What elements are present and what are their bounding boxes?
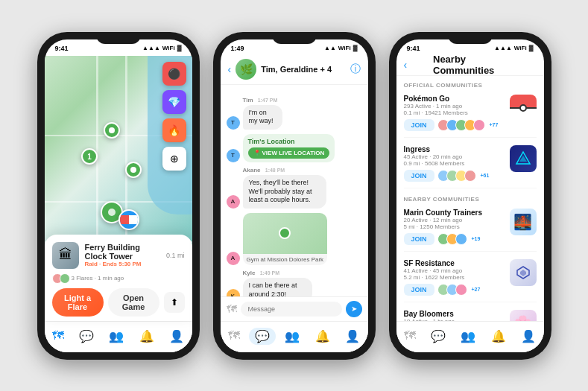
in-av-4 bbox=[464, 170, 476, 182]
battery-icon-1: ▓ bbox=[177, 45, 182, 51]
marin-info: Marin County Trainers 20 Active · 12 min… bbox=[404, 209, 505, 245]
status-icons-1: ▲▲▲ WiFi ▓ bbox=[142, 45, 181, 51]
marin-join-button[interactable]: JOIN bbox=[404, 233, 434, 245]
pokemon-go-logo bbox=[510, 95, 537, 121]
pokeball-button[interactable]: ⚫ bbox=[162, 62, 186, 86]
card-header: 🏛 Ferry Building Clock Tower Raid · Ends… bbox=[52, 242, 185, 269]
map-pin-3[interactable] bbox=[125, 162, 142, 178]
sf-avatars bbox=[437, 284, 464, 296]
nav-profile-2[interactable]: 👤 bbox=[339, 328, 366, 345]
nav-people[interactable]: 👥 bbox=[103, 328, 130, 345]
ingress-more: +61 bbox=[481, 173, 490, 178]
marin-more: +19 bbox=[472, 236, 481, 241]
map-fab-buttons: ⚫ 💎 🔥 ⊕ bbox=[162, 62, 186, 171]
pokemon-go-distance: 0.1 mi · 19421 Members bbox=[404, 109, 505, 116]
raid-button[interactable]: 💎 bbox=[162, 90, 186, 114]
bloomers-info: Bay Bloomers 19 Active · 1 hr ago bbox=[404, 310, 505, 321]
marin-avatars bbox=[437, 233, 464, 245]
flare-button[interactable]: 🔥 bbox=[162, 118, 186, 142]
battery-icon-2: ▓ bbox=[353, 45, 358, 51]
marin-logo: 🌉 bbox=[510, 209, 537, 235]
nav-bell-3[interactable]: 🔔 bbox=[485, 328, 512, 345]
ingress-name: Ingress bbox=[404, 145, 505, 153]
chat-info-button[interactable]: ⓘ bbox=[350, 63, 361, 76]
ingress-join-button[interactable]: JOIN bbox=[404, 170, 434, 182]
sf-join-button[interactable]: JOIN bbox=[404, 284, 434, 296]
chat-header: ‹ 🌿 Tim, Geraldine + 4 ⓘ bbox=[221, 56, 368, 85]
open-game-button[interactable]: Open Game bbox=[108, 288, 159, 317]
akane-name-1: Akane 1:48 PM bbox=[243, 167, 362, 174]
wifi-icon-2: WiFi bbox=[338, 45, 351, 51]
light-flare-button[interactable]: Light a Flare bbox=[52, 288, 104, 317]
ingress-active: 45 Active · 20 min ago bbox=[404, 153, 505, 160]
tim-name: Tim 1:47 PM bbox=[243, 97, 300, 104]
tim-avatar-2: T bbox=[227, 149, 240, 162]
nav-map-2[interactable]: 🗺 bbox=[222, 328, 246, 344]
sf-join-row: JOIN +27 bbox=[404, 284, 505, 296]
map-pin-2[interactable] bbox=[104, 122, 120, 139]
sf-logo bbox=[510, 259, 537, 286]
nav-people-2[interactable]: 👥 bbox=[279, 328, 306, 345]
communities-title: Nearby Communities bbox=[433, 54, 507, 76]
location-distance: 0.1 mi bbox=[166, 252, 185, 259]
meta-avatars bbox=[52, 273, 67, 284]
ingress-join-row: JOIN +61 bbox=[404, 170, 505, 182]
akane-time-1: 1:48 PM bbox=[265, 168, 285, 173]
pokemon-go-name: Pokémon Go bbox=[404, 95, 505, 103]
bottom-nav-2: 🗺 💬 👥 🔔 👤 bbox=[221, 321, 368, 352]
notch-3 bbox=[448, 32, 493, 44]
tim-bubble-1: I'm on my way! bbox=[243, 105, 282, 130]
msg-tim-1: T Tim 1:47 PM I'm on my way! bbox=[227, 97, 362, 130]
svg-marker-6 bbox=[520, 270, 526, 276]
ingress-distance: 0.9 mi · 5608 Members bbox=[404, 160, 505, 167]
mc-av-3 bbox=[455, 233, 467, 245]
status-icons-2: ▲▲ WiFi ▓ bbox=[324, 45, 358, 51]
sf-active: 41 Active · 45 min ago bbox=[404, 267, 505, 274]
chat-messages: T Tim 1:47 PM I'm on my way! T Tim's Loc… bbox=[221, 85, 368, 296]
community-bay-bloomers: Bay Bloomers 19 Active · 1 hr ago 🌸 bbox=[404, 310, 537, 321]
nav-bell[interactable]: 🔔 bbox=[133, 328, 160, 345]
map-icon-chat[interactable]: 🗺 bbox=[227, 303, 237, 315]
compass-button[interactable]: ⊕ bbox=[162, 147, 186, 171]
location-card: 🏛 Ferry Building Clock Tower Raid · Ends… bbox=[45, 235, 192, 321]
card-info: Ferry Building Clock Tower Raid · Ends 5… bbox=[85, 243, 160, 267]
nav-map[interactable]: 🗺 bbox=[46, 328, 70, 344]
nav-chat[interactable]: 💬 bbox=[73, 328, 100, 345]
share-button[interactable]: ⬆ bbox=[164, 292, 185, 313]
pokemon-go-more: +77 bbox=[490, 122, 499, 127]
phones-container: 9:41 ▲▲▲ WiFi ▓ bbox=[22, 17, 566, 375]
pokemon-go-join-row: JOIN +77 bbox=[404, 119, 505, 131]
gym-pin bbox=[279, 227, 291, 239]
kyle-time: 1:49 PM bbox=[260, 270, 279, 276]
map-pin-avatar[interactable] bbox=[118, 209, 139, 230]
nav-profile-3[interactable]: 👤 bbox=[515, 328, 542, 345]
map-pin-1[interactable]: 1 bbox=[81, 148, 98, 165]
nav-people-3[interactable]: 👥 bbox=[455, 328, 481, 345]
message-input[interactable] bbox=[241, 302, 342, 317]
notch-1 bbox=[96, 32, 141, 44]
communities-back-button[interactable]: ‹ bbox=[404, 59, 408, 71]
chat-title: Tim, Geraldine + 4 bbox=[261, 65, 350, 74]
view-location-button[interactable]: 📍 VIEW LIVE LOCATION bbox=[248, 147, 330, 159]
svg-point-0 bbox=[109, 127, 115, 133]
pokemon-go-info: Pokémon Go 293 Active · 1 min ago 0.1 mi… bbox=[404, 95, 505, 131]
marin-distance: 5 mi · 1250 Members bbox=[404, 223, 505, 230]
send-button[interactable]: ➤ bbox=[346, 301, 362, 317]
location-avatar: 🏛 bbox=[52, 242, 79, 269]
nav-map-3[interactable]: 🗺 bbox=[398, 328, 422, 344]
nav-chat-2[interactable]: 💬 bbox=[249, 328, 276, 345]
phone-3-screen: 9:41 ▲▲▲ WiFi ▓ ‹ Nearby Communities OFF… bbox=[396, 39, 544, 352]
ingress-info: Ingress 45 Active · 20 min ago 0.9 mi · … bbox=[404, 145, 505, 182]
ingress-avatars bbox=[437, 170, 473, 182]
nav-chat-3[interactable]: 💬 bbox=[425, 328, 452, 345]
chat-back-button[interactable]: ‹ bbox=[228, 63, 232, 75]
nav-profile[interactable]: 👤 bbox=[163, 328, 190, 345]
communities-content: OFFICIAL COMMUNITIES Pokémon Go 293 Acti… bbox=[396, 76, 544, 321]
location-pin-icon: 📍 bbox=[253, 150, 261, 156]
kyle-name: Kyle 1:49 PM bbox=[243, 270, 343, 276]
pokemon-go-join-button[interactable]: JOIN bbox=[404, 119, 434, 131]
nav-bell-2[interactable]: 🔔 bbox=[309, 328, 336, 345]
tim-avatar: T bbox=[227, 116, 240, 130]
kyle-bubble: I can be there at around 2:30! bbox=[243, 278, 313, 296]
marin-active: 20 Active · 12 min ago bbox=[404, 217, 505, 223]
